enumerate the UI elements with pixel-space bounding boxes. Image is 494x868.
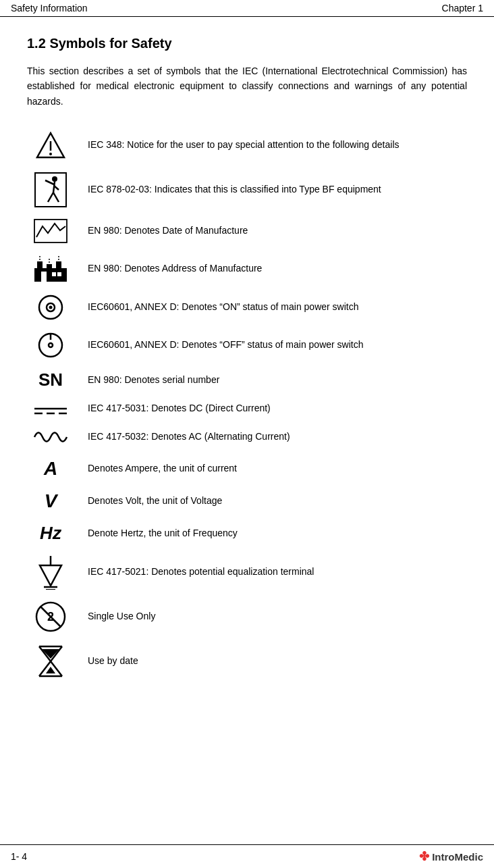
symbol-desc-use-by-date: Use by date [81, 638, 467, 684]
symbol-desc-equalization: IEC 417-5021: Denotes potential equaliza… [81, 549, 467, 595]
symbol-row-equalization: IEC 417-5021: Denotes potential equaliza… [27, 549, 467, 595]
main-content: 1.2 Symbols for Safety This section desc… [0, 17, 494, 725]
symbol-row-bf: IEC 878-02-03: Indicates that this is cl… [27, 167, 467, 213]
type-bf-icon [27, 167, 81, 213]
symbol-desc-dom: EN 980: Denotes Date of Manufacture [81, 213, 467, 249]
equalization-terminal-icon [27, 549, 81, 595]
symbol-desc-ampere: Denotes Ampere, the unit of current [81, 453, 467, 485]
symbol-row-dom: EN 980: Denotes Date of Manufacture [27, 213, 467, 249]
date-of-manufacture-icon [27, 213, 81, 249]
svg-rect-20 [57, 272, 61, 276]
power-off-icon [27, 326, 81, 364]
symbol-desc-on: IEC60601, ANNEX D: Denotes “ON” status o… [81, 288, 467, 326]
header-left: Safety Information [11, 3, 88, 14]
svg-point-4 [52, 176, 57, 182]
svg-rect-3 [35, 173, 66, 207]
symbol-row-off: IEC60601, ANNEX D: Denotes “OFF” status … [27, 326, 467, 364]
symbol-row-volt: V Denotes Volt, the unit of Voltage [27, 485, 467, 517]
footer-logo: ✤ IntroMedic [419, 849, 483, 864]
svg-rect-18 [41, 272, 47, 282]
svg-line-41 [39, 661, 51, 676]
single-use-icon: 2 [27, 595, 81, 638]
ac-current-icon [27, 422, 81, 453]
symbol-desc-aom: EN 980: Denotes Address of Manufacture [81, 249, 467, 288]
page-footer: 1- 4 ✤ IntroMedic [0, 844, 494, 868]
symbol-desc-ac: IEC 417-5032: Denotes AC (Alternating Cu… [81, 422, 467, 453]
header-right: Chapter 1 [442, 3, 483, 14]
svg-line-9 [53, 193, 59, 202]
symbol-row-ampere: A Denotes Ampere, the unit of current [27, 453, 467, 485]
page-header: Safety Information Chapter 1 [0, 0, 494, 17]
logo-text: IntroMedic [432, 851, 483, 863]
power-on-icon [27, 288, 81, 326]
symbol-row-aom: EN 980: Denotes Address of Manufacture [27, 249, 467, 288]
address-of-manufacture-icon [27, 249, 81, 288]
symbol-desc-sn: EN 980: Denotes serial number [81, 364, 467, 396]
symbol-desc-warning: IEC 348: Notice for the user to pay spec… [81, 124, 467, 167]
symbol-row-dc: IEC 417-5031: Denotes DC (Direct Current… [27, 396, 467, 422]
logo-icon: ✤ [419, 849, 429, 864]
symbol-row-warning: IEC 348: Notice for the user to pay spec… [27, 124, 467, 167]
footer-page-number: 1- 4 [11, 851, 27, 862]
volt-icon: V [27, 485, 81, 517]
hertz-icon: Hz [27, 517, 81, 549]
use-by-date-icon [27, 638, 81, 684]
svg-line-8 [48, 193, 53, 202]
symbol-desc-dc: IEC 417-5031: Denotes DC (Direct Current… [81, 396, 467, 422]
svg-line-6 [45, 180, 54, 184]
svg-marker-32 [40, 565, 61, 586]
symbol-row-sn: SN EN 980: Denotes serial number [27, 364, 467, 396]
svg-text:2: 2 [47, 610, 54, 623]
svg-line-43 [51, 661, 62, 676]
symbol-desc-hertz: Denote Hertz, the unit of Frequency [81, 517, 467, 549]
svg-rect-19 [52, 272, 56, 276]
svg-rect-14 [56, 261, 61, 270]
dc-current-icon [27, 396, 81, 422]
symbol-row-ac: IEC 417-5032: Denotes AC (Alternating Cu… [27, 422, 467, 453]
symbol-row-hertz: Hz Denote Hertz, the unit of Frequency [27, 517, 467, 549]
section-title: 1.2 Symbols for Safety [27, 36, 467, 51]
warning-triangle-icon [27, 124, 81, 167]
intro-paragraph: This section describes a set of symbols … [27, 63, 467, 109]
ampere-icon: A [27, 453, 81, 485]
serial-number-icon: SN [27, 364, 81, 396]
symbol-desc-single-use: Single Use Only [81, 595, 467, 638]
symbol-row-on: IEC60601, ANNEX D: Denotes “ON” status o… [27, 288, 467, 326]
symbol-row-use-by-date: Use by date [27, 638, 467, 684]
symbol-desc-bf: IEC 878-02-03: Indicates that this is cl… [81, 167, 467, 213]
svg-marker-45 [46, 667, 55, 673]
symbols-table: IEC 348: Notice for the user to pay spec… [27, 124, 467, 684]
symbol-row-single-use: 2 Single Use Only [27, 595, 467, 638]
svg-point-25 [49, 343, 53, 347]
svg-rect-11 [34, 268, 67, 282]
symbol-desc-volt: Denotes Volt, the unit of Voltage [81, 485, 467, 517]
svg-rect-13 [47, 264, 52, 270]
svg-point-2 [49, 153, 52, 155]
svg-rect-12 [37, 261, 43, 270]
symbol-desc-off: IEC60601, ANNEX D: Denotes “OFF” status … [81, 326, 467, 364]
svg-point-23 [49, 306, 53, 309]
